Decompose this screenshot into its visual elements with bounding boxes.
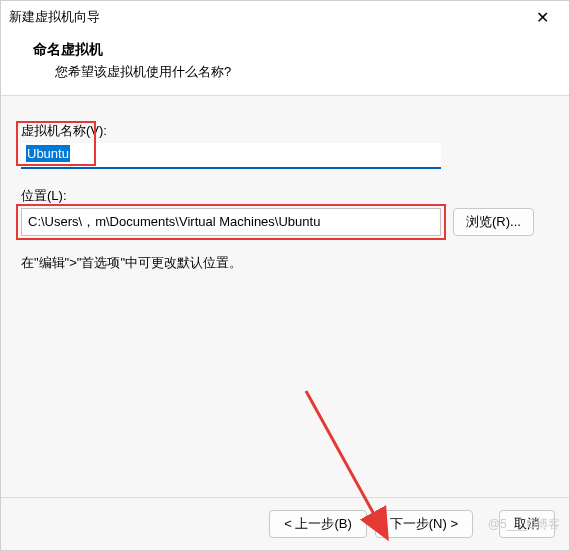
window-title: 新建虚拟机向导 (9, 8, 100, 26)
vmname-field: 虚拟机名称(V): Ubuntu (21, 122, 549, 169)
location-field: 位置(L): 浏览(R)... (21, 187, 549, 236)
wizard-header: 命名虚拟机 您希望该虚拟机使用什么名称? (1, 33, 569, 96)
page-title: 命名虚拟机 (33, 41, 551, 59)
close-icon[interactable]: ✕ (528, 4, 557, 31)
vmname-label: 虚拟机名称(V): (21, 122, 549, 140)
wizard-footer: < 上一步(B) 下一步(N) > 取消 (1, 497, 569, 550)
next-button[interactable]: 下一步(N) > (375, 510, 473, 538)
titlebar: 新建虚拟机向导 ✕ (1, 1, 569, 33)
cancel-button[interactable]: 取消 (499, 510, 555, 538)
page-subtitle: 您希望该虚拟机使用什么名称? (33, 63, 551, 81)
wizard-window: 新建虚拟机向导 ✕ 命名虚拟机 您希望该虚拟机使用什么名称? 虚拟机名称(V):… (0, 0, 570, 551)
browse-button[interactable]: 浏览(R)... (453, 208, 534, 236)
location-label: 位置(L): (21, 187, 549, 205)
location-input[interactable] (21, 208, 441, 236)
content-area: 虚拟机名称(V): Ubuntu 位置(L): 浏览(R)... 在"编辑">"… (1, 96, 569, 497)
back-button[interactable]: < 上一步(B) (269, 510, 367, 538)
hint-text: 在"编辑">"首选项"中可更改默认位置。 (21, 254, 549, 272)
vmname-input[interactable]: Ubuntu (21, 143, 441, 169)
